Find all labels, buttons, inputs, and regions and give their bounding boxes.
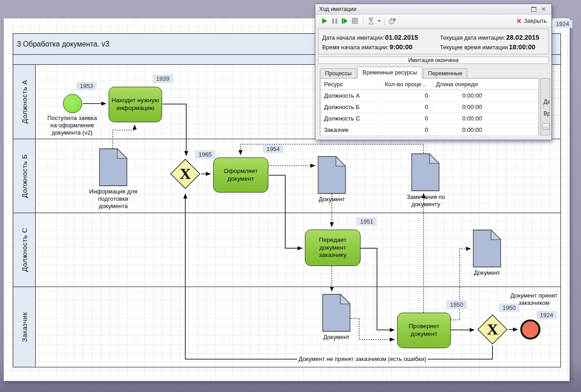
current-date-value: 28.02.2015 (506, 34, 539, 41)
chevron-down-icon (378, 20, 381, 22)
dialog-titlebar[interactable]: Ход имитации ✕ (315, 4, 551, 15)
tab-variables[interactable]: Переменные (423, 68, 467, 78)
dialog-tabs: Процессы Временные ресурсы Переменные (320, 68, 468, 78)
hourglass-button[interactable] (366, 16, 375, 26)
column-resource[interactable]: Ресурс (320, 81, 381, 88)
badge-start: 1953 (77, 82, 96, 90)
lane-label-b: Должность Б (21, 154, 28, 198)
badge-stray: 1924 (553, 20, 572, 28)
dialog-title: Ход имитации (319, 6, 356, 12)
cell-resource: Должность Б (320, 104, 381, 110)
lane-header-zakazchik[interactable]: Заказчик (13, 287, 36, 367)
table-header-row: Ресурс Кол-во проце... Длина очереди (320, 78, 539, 90)
close-label: Закрыть (524, 17, 547, 24)
cell-resource: Должность С (320, 115, 381, 122)
start-event-label: Поступила заявка на оформление документа… (46, 115, 99, 136)
lane-header-a[interactable]: Должность А (13, 65, 36, 139)
gateway-x-glyph: X (170, 158, 201, 189)
task-find-info[interactable]: Находит нужную информацию (109, 87, 162, 122)
table-row[interactable]: Должность Б 0 0:00:00 (320, 101, 539, 113)
cell-resource: Заказчик (320, 126, 381, 133)
simulation-status: Имитация окончена (318, 57, 549, 64)
badge-task-find: 1939 (153, 75, 173, 83)
current-date-label: Текущая дата имитации: (440, 35, 505, 41)
simulation-dialog: Ход имитации ✕ ✕ Закрыть (315, 4, 552, 140)
start-event[interactable] (63, 94, 82, 113)
lane-header-b[interactable]: Должность Б (13, 139, 36, 213)
badge-task-register: 1954 (263, 145, 283, 153)
cell-count: 0 (381, 104, 432, 110)
diagram-title: 3 Обработка документа. v3 (17, 40, 109, 48)
badge-gateway-right: 1950 (499, 304, 519, 312)
hourglass-dropdown[interactable] (376, 16, 381, 26)
stop-button[interactable] (350, 16, 359, 26)
current-time-value: 18:00:00 (509, 43, 535, 51)
splitter-handle[interactable]: ⋮⋮ (541, 105, 545, 109)
table-row[interactable]: Заказчик 0 0:00:00 (320, 124, 539, 136)
lane-label-a: Должность А (21, 80, 28, 124)
badge-task-check: 1950 (447, 301, 466, 308)
column-queue-length[interactable]: Длина очереди (432, 81, 486, 88)
toolbar-separator (363, 17, 363, 25)
document-b-label: Документ (309, 196, 355, 203)
maximize-icon (531, 7, 536, 12)
document-c-label: Документ (464, 269, 510, 277)
cell-queue: 0:00:00 (432, 92, 486, 99)
stopwatch-plus-icon (388, 17, 396, 25)
play-icon (322, 18, 327, 24)
badge-task-pass: 1951 (357, 218, 377, 225)
maximize-button[interactable] (529, 6, 538, 13)
cell-count: 0 (381, 126, 432, 133)
column-process-count[interactable]: Кол-во проце... (381, 81, 432, 88)
close-simulation-button[interactable]: ✕ Закрыть (516, 17, 547, 25)
document-remarks-label: Замечания по документу (400, 193, 452, 208)
feedback-edge-label: Документ не принят заказчиком (есть ошиб… (297, 355, 428, 362)
hourglass-icon (368, 17, 374, 25)
document-icon-customer[interactable] (322, 294, 351, 332)
pause-icon (332, 18, 337, 24)
table-row[interactable]: Должность С 0 0:00:00 (320, 113, 539, 124)
tab-time-resources[interactable]: Временные ресурсы (357, 67, 422, 78)
start-time-value: 9:00:00 (390, 43, 413, 51)
document-icon-c[interactable] (473, 230, 501, 267)
stop-icon (352, 18, 358, 24)
table-row[interactable]: Должность А 0 0:00:00 (320, 90, 539, 101)
document-icon-b[interactable] (318, 156, 346, 194)
cell-queue: 0:00:00 (432, 104, 486, 110)
cell-queue: 0:00:00 (432, 126, 486, 133)
end-event[interactable] (520, 319, 540, 340)
start-date-label: Дата начала имитации: (322, 35, 384, 41)
lane-label-zakazchik: Заказчик (21, 312, 28, 342)
step-button[interactable] (340, 16, 349, 26)
simulation-info-panel: Дата начала имитации: 01.02.2015 Текущая… (318, 29, 549, 54)
dialog-toolbar: ✕ Закрыть (315, 15, 551, 27)
task-check-document[interactable]: Проверяет документ (397, 313, 451, 348)
tab-processes[interactable]: Процессы (320, 68, 356, 78)
gateway-right[interactable]: X (477, 314, 508, 345)
clipped-label-2: Вр (544, 110, 550, 117)
play-button[interactable] (320, 16, 329, 26)
toolbar-separator (384, 17, 385, 25)
lane-header-c[interactable]: Должность С (13, 213, 36, 287)
gateway-left[interactable]: X (170, 158, 201, 189)
start-date-value: 01.02.2015 (385, 34, 419, 41)
start-time-label: Время начала имитации: (322, 44, 389, 51)
cell-count: 0 (381, 92, 432, 99)
desktop: { "colors":{ "background":"#9b9ab1","can… (0, 0, 581, 392)
resources-table[interactable]: Ресурс Кол-во проце... Длина очереди Дол… (320, 78, 539, 136)
add-timer-button[interactable] (387, 16, 397, 26)
task-pass-document[interactable]: Передает документ заказчику (305, 230, 361, 266)
clipped-label-1: Да (544, 99, 550, 105)
document-icon-remarks[interactable] (411, 153, 440, 191)
document-icon-info[interactable] (99, 148, 127, 186)
more-button[interactable]: .... (542, 123, 550, 130)
close-x-icon: ✕ (516, 17, 522, 25)
document-customer-label: Документ (314, 334, 359, 341)
badge-end: 1924 (537, 311, 556, 319)
cell-resource: Должность А (320, 92, 381, 99)
step-icon (342, 18, 348, 24)
pause-button[interactable] (330, 16, 339, 26)
gateway-x-glyph: X (477, 314, 508, 345)
close-window-button[interactable]: ✕ (539, 6, 548, 13)
task-register-document[interactable]: Оформляет документ (213, 157, 268, 193)
